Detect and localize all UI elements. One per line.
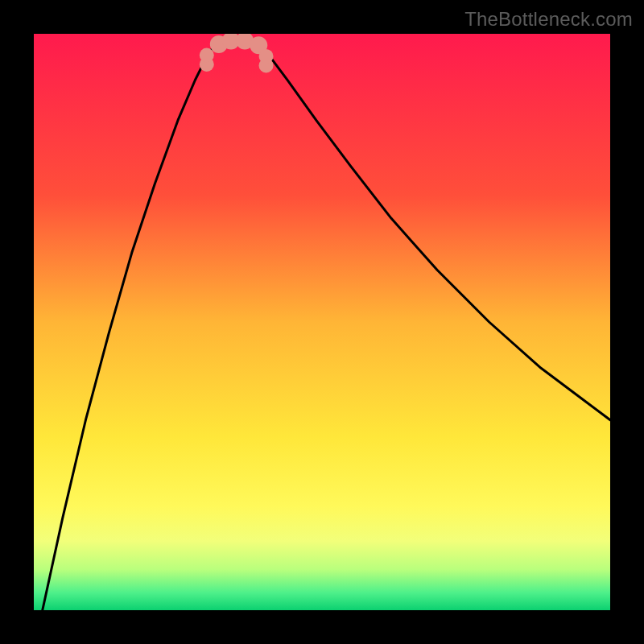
plot-area — [34, 34, 610, 610]
gradient-background — [34, 34, 610, 610]
highlight-dot — [200, 47, 214, 62]
chart-svg — [34, 34, 610, 610]
chart-frame: TheBottleneck.com — [0, 0, 644, 644]
highlight-dot — [259, 49, 274, 64]
watermark-text: TheBottleneck.com — [464, 8, 633, 31]
